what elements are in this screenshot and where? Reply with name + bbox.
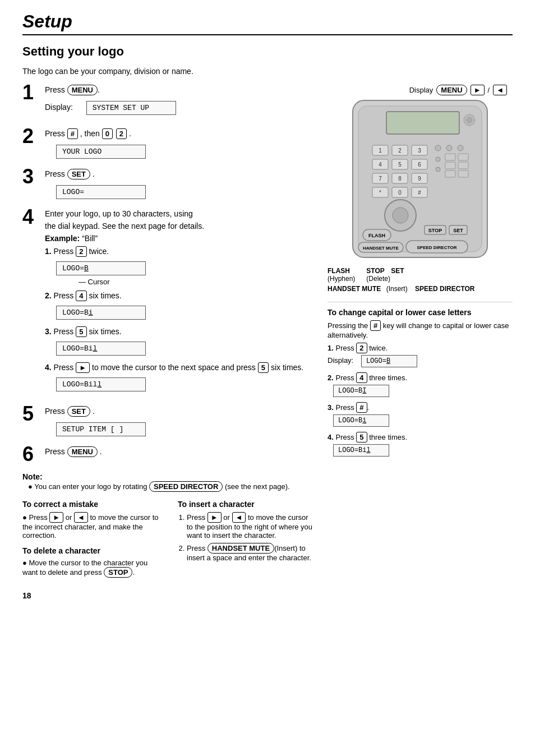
- svg-point-41: [393, 208, 408, 223]
- step-3-display: LOGO=: [56, 185, 146, 199]
- step-1: 1 Press MENU. Display: SYSTEM SET UP: [22, 85, 316, 121]
- set-label: SET: [391, 267, 404, 275]
- five-key-4-3: 5: [76, 326, 86, 337]
- step-6-num: 6: [22, 444, 45, 464]
- svg-point-29: [435, 145, 441, 151]
- change-case-title: To change capital or lower case letters: [328, 308, 513, 317]
- note-item-1: ● You can enter your logo by rotating SP…: [28, 481, 316, 492]
- step-5-text: Press: [45, 407, 67, 416]
- step-6-text: Press: [45, 447, 67, 456]
- step-1-num: 1: [22, 82, 45, 103]
- svg-text:7: 7: [379, 176, 382, 182]
- svg-text:1: 1: [379, 147, 382, 154]
- svg-point-4: [466, 117, 473, 123]
- step-4-text2: the dial keypad. See the next page for d…: [45, 222, 316, 231]
- arrow-right-insert: ►: [207, 512, 222, 523]
- step-4-text1: Enter your logo, up to 30 characters, us…: [45, 209, 316, 218]
- step-5-num: 5: [22, 404, 45, 424]
- svg-text:*: *: [379, 190, 381, 196]
- correct-mistake-text: ● Press ► or ◄ to move the cursor to the…: [22, 512, 161, 540]
- delete-char-title: To delete a character: [22, 546, 161, 555]
- set-key-3: SET: [67, 169, 90, 179]
- hash-key-r3: #: [356, 402, 367, 413]
- arrow-left-insert: ◄: [232, 512, 246, 523]
- step-6-content: Press MENU .: [45, 446, 316, 460]
- arrow-left-diagram: ◄: [493, 85, 507, 95]
- step-3-num: 3: [22, 167, 45, 187]
- svg-text:8: 8: [398, 176, 402, 182]
- step-4-content: Enter your logo, up to 30 characters, us…: [45, 209, 316, 398]
- sub-step-4-1: 1. Press 2 twice. LOGO=B — Cursor: [45, 246, 316, 286]
- phone-diagram: 1 2 3 4 5 6 7 8 9 *: [328, 98, 513, 266]
- svg-rect-36: [445, 170, 455, 177]
- step-1-display: SYSTEM SET UP: [86, 101, 176, 115]
- arrow-right-correct: ►: [49, 512, 63, 523]
- page-title: Setup: [22, 11, 513, 35]
- sub-display-4-2: LOGO=Bi: [56, 306, 146, 320]
- flash-sub: (Hyphen): [328, 275, 355, 283]
- step-2: 2 Press # , then 0 2 . YOUR LOGO: [22, 128, 316, 161]
- svg-rect-39: [458, 170, 468, 177]
- flash-label-group: FLASH (Hyphen): [328, 267, 355, 283]
- right-info: To change capital or lower case letters …: [328, 302, 513, 458]
- example-value: “Bill”: [82, 234, 98, 243]
- arrow-left-correct: ◄: [74, 512, 88, 523]
- svg-text:STOP: STOP: [428, 228, 442, 233]
- cursor-note: — Cursor: [79, 278, 316, 286]
- speed-director-note: SPEED DIRECTOR: [149, 481, 223, 492]
- sub-display-4-4: LOGO=Bill: [56, 377, 146, 391]
- right-display-2: LOGO=BI: [333, 385, 389, 397]
- stop-sub: (Delete): [366, 275, 390, 283]
- svg-text:#: #: [418, 190, 421, 196]
- five-key-r4: 5: [356, 432, 367, 442]
- two-key-r1: 2: [356, 343, 367, 353]
- step-3: 3 Press SET . LOGO=: [22, 169, 316, 201]
- note-label: Note:: [22, 472, 43, 481]
- sub-step-4-3: 3. Press 5 six times. LOGO=Bil: [45, 326, 316, 358]
- right-sub-4: 4. Press 5 three times. LOGO=Bil: [328, 432, 513, 458]
- intro-text: The logo can be your company, division o…: [22, 67, 513, 76]
- menu-key-1: MENU: [67, 85, 98, 95]
- two-key-2: 2: [116, 128, 127, 139]
- step-4: 4 Enter your logo, up to 30 characters, …: [22, 209, 316, 398]
- four-key-r2: 4: [356, 372, 367, 383]
- step-1-text: Press: [45, 85, 67, 94]
- right-sub-2: 2. Press 4 three times. LOGO=BI: [328, 372, 513, 399]
- svg-text:5: 5: [398, 162, 402, 168]
- display-label: Display: [409, 86, 433, 94]
- step-2-text: Press: [45, 129, 67, 138]
- svg-text:9: 9: [418, 176, 421, 182]
- svg-point-33: [436, 167, 440, 172]
- page-number: 18: [22, 591, 316, 600]
- right-sub-3: 3. Press #. LOGO=Bi: [328, 402, 513, 428]
- svg-rect-35: [445, 162, 455, 169]
- svg-point-32: [436, 157, 440, 162]
- right-column: Display MENU ► / ◄ 1 2: [328, 85, 513, 600]
- arrow-right-diagram: ►: [471, 85, 485, 95]
- stop-label-group: STOP SET (Delete): [366, 267, 404, 283]
- speed-director-label: SPEED DIRECTOR: [415, 285, 474, 293]
- svg-point-31: [458, 145, 463, 151]
- insert-step-1: Press ► or ◄ to move the cursor to the p…: [187, 512, 316, 540]
- svg-text:SPEED DIRECTOR: SPEED DIRECTOR: [417, 245, 457, 250]
- diagram-header: Display MENU ► / ◄: [328, 85, 513, 95]
- step-5-display: SETUP ITEM [ ]: [56, 422, 146, 436]
- handset-mute-label: HANDSET MUTE: [328, 285, 381, 293]
- handset-mute-sub: (Insert): [386, 285, 408, 293]
- step-2-display: YOUR LOGO: [56, 145, 146, 159]
- svg-text:SET: SET: [453, 228, 463, 233]
- svg-text:FLASH: FLASH: [368, 233, 385, 238]
- svg-text:2: 2: [398, 147, 402, 154]
- delete-char-text: ● Move the cursor to the character you w…: [22, 559, 161, 578]
- svg-text:3: 3: [418, 147, 421, 154]
- hash-key-case: #: [370, 320, 381, 331]
- step-2-content: Press # , then 0 2 . YOUR LOGO: [45, 128, 316, 161]
- svg-rect-2: [386, 112, 459, 134]
- svg-text:4: 4: [379, 162, 382, 168]
- zero-key: 0: [102, 128, 113, 139]
- correct-mistake-col: To correct a mistake ● Press ► or ◄ to m…: [22, 500, 161, 580]
- stop-label: STOP: [366, 267, 384, 275]
- svg-point-30: [446, 145, 452, 151]
- right-display-3: LOGO=Bi: [333, 414, 389, 427]
- handset-mute-insert: HANDSET MUTE: [207, 543, 274, 554]
